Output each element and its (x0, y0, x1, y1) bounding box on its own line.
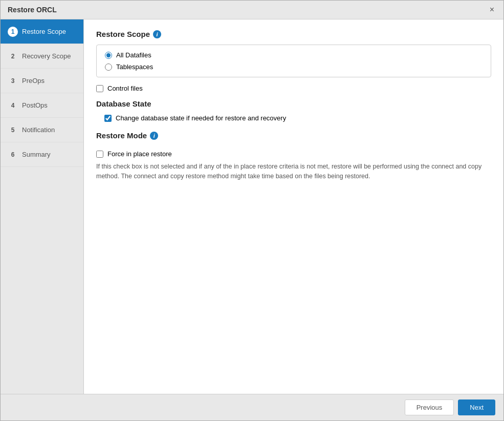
sidebar: 1 Restore Scope 2 Recovery Scope 3 PreOp… (1, 19, 84, 394)
dialog-footer: Previous Next (1, 394, 503, 420)
sidebar-item-postops[interactable]: 4 PostOps (1, 93, 83, 118)
database-state-checkbox[interactable] (104, 115, 112, 122)
previous-button[interactable]: Previous (405, 399, 454, 415)
step-number-6: 6 (8, 150, 18, 160)
sidebar-label-5: Notification (22, 126, 55, 134)
restore-mode-description: If this check box is not selected and if… (96, 162, 491, 181)
restore-scope-title: Restore Scope i (96, 30, 491, 38)
step-number-2: 2 (8, 51, 18, 61)
restore-mode-title: Restore Mode i (96, 131, 491, 140)
tablespaces-radio[interactable] (105, 64, 112, 71)
control-files-checkbox[interactable] (96, 85, 103, 92)
sidebar-label-3: PreOps (22, 77, 45, 85)
step-number-3: 3 (8, 76, 18, 86)
sidebar-item-restore-scope[interactable]: 1 Restore Scope (1, 19, 83, 44)
sidebar-item-preops[interactable]: 3 PreOps (1, 69, 83, 93)
sidebar-label-6: Summary (22, 151, 51, 158)
control-files-row[interactable]: Control files (96, 85, 491, 92)
database-state-title: Database State (96, 99, 491, 108)
restore-scope-options-box: All Datafiles Tablespaces (96, 45, 491, 77)
database-state-label: Change database state if needed for rest… (116, 114, 286, 122)
step-number-4: 4 (8, 100, 18, 111)
dialog-title: Restore ORCL (8, 6, 57, 14)
sidebar-item-recovery-scope[interactable]: 2 Recovery Scope (1, 44, 83, 69)
control-files-label: Control files (107, 85, 143, 92)
dialog: Restore ORCL × 1 Restore Scope 2 Recover… (0, 0, 504, 421)
sidebar-label-4: PostOps (22, 101, 48, 109)
restore-mode-title-text: Restore Mode (96, 131, 147, 140)
restore-mode-section: Force in place restore If this check box… (96, 146, 491, 181)
sidebar-label-1: Restore Scope (22, 28, 66, 35)
tablespaces-label: Tablespaces (116, 63, 153, 71)
force-restore-checkbox[interactable] (96, 151, 103, 158)
restore-scope-info-icon[interactable]: i (153, 30, 161, 38)
tablespaces-option[interactable]: Tablespaces (105, 63, 483, 71)
force-restore-row[interactable]: Force in place restore (96, 150, 491, 158)
force-restore-label: Force in place restore (107, 150, 172, 158)
main-content: Restore Scope i All Datafiles Tablespace… (84, 19, 503, 394)
close-button[interactable]: × (488, 5, 496, 15)
all-datafiles-label: All Datafiles (116, 51, 151, 59)
sidebar-item-notification[interactable]: 5 Notification (1, 118, 83, 142)
all-datafiles-radio[interactable] (105, 52, 112, 59)
restore-mode-info-icon[interactable]: i (150, 132, 158, 140)
restore-scope-title-text: Restore Scope (96, 30, 150, 38)
database-state-title-text: Database State (96, 99, 151, 108)
dialog-header: Restore ORCL × (1, 1, 503, 19)
dialog-body: 1 Restore Scope 2 Recovery Scope 3 PreOp… (1, 19, 503, 394)
database-state-row[interactable]: Change database state if needed for rest… (104, 114, 491, 122)
step-number-1: 1 (8, 27, 18, 37)
next-button[interactable]: Next (458, 399, 495, 415)
sidebar-item-summary[interactable]: 6 Summary (1, 142, 83, 167)
all-datafiles-option[interactable]: All Datafiles (105, 51, 483, 59)
step-number-5: 5 (8, 125, 18, 135)
restore-mode-inner: Force in place restore If this check box… (96, 146, 491, 181)
sidebar-label-2: Recovery Scope (22, 52, 71, 60)
